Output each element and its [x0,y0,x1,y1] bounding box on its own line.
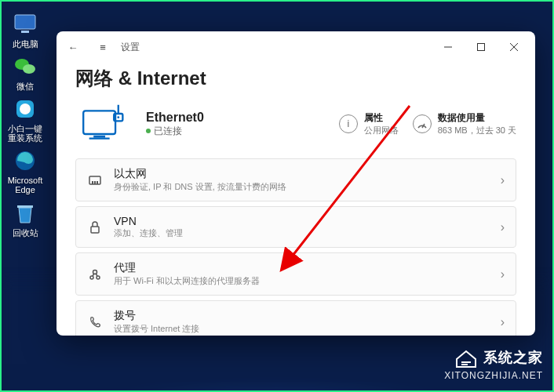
watermark-title: 系统之家 [483,348,543,367]
ethernet-icon [87,172,103,188]
svg-rect-1 [21,31,29,33]
data-usage-button[interactable]: 数据使用量 863 MB，过去 30 天 [413,111,516,136]
svg-point-26 [97,276,100,279]
edge-icon [12,147,38,174]
settings-items: 以太网身份验证, IP 和 DNS 设置, 按流量计费的网络 › VPN添加、连… [75,158,516,336]
settings-content: 网络 & Internet Ethernet0 已连接 i [56,63,535,336]
desktop-icon-recycle[interactable]: 回收站 [5,200,46,238]
back-icon: ← [68,42,78,53]
svg-rect-20 [92,181,93,184]
svg-rect-13 [93,136,105,138]
minimize-button[interactable] [432,36,465,58]
properties-button[interactable]: i 属性 公用网络 [339,111,399,136]
watermark-logo-icon [454,347,479,368]
svg-rect-22 [97,181,98,184]
status-dot-icon [146,129,151,133]
desktop-icon-label: Microsoft Edge [5,176,46,194]
computer-icon [12,11,38,38]
maximize-button[interactable] [465,36,498,58]
item-ethernet[interactable]: 以太网身份验证, IP 和 DNS 设置, 按流量计费的网络 › [75,158,516,201]
svg-point-3 [23,64,35,74]
svg-rect-0 [15,15,35,29]
info-icon: i [339,114,358,133]
connection-status-text: 已连接 [154,125,182,138]
properties-title: 属性 [364,111,399,125]
proxy-icon [87,267,103,282]
svg-rect-9 [478,44,485,51]
window-controls [432,36,530,58]
item-title: 拨号 [114,309,199,323]
menu-button[interactable]: ≡ [91,36,115,58]
svg-point-5 [20,103,31,114]
close-button[interactable] [498,36,530,58]
svg-line-27 [93,274,94,276]
item-sub: 设置拨号 Internet 连接 [114,323,199,335]
page-title: 网络 & Internet [75,66,516,91]
item-sub: 用于 Wi-Fi 和以太网连接的代理服务器 [114,275,260,287]
gauge-icon [413,114,432,133]
usage-sub: 863 MB，过去 30 天 [438,125,516,136]
usage-title: 数据使用量 [438,111,516,125]
watermark: 系统之家 XITONGZHIJIA.NET [444,347,543,381]
chevron-right-icon: › [501,173,505,187]
svg-rect-21 [94,181,96,184]
svg-point-24 [93,270,97,274]
connection-status: 已连接 [146,125,204,138]
settings-window: ← ≡ 设置 网络 & Internet Ethernet0 [56,31,535,336]
desktop-icon-xiaobai[interactable]: 小白一键重装系统 [5,96,46,143]
recycle-bin-icon [12,200,38,227]
chevron-right-icon: › [501,220,505,234]
item-sub: 身份验证, IP 和 DNS 设置, 按流量计费的网络 [114,181,286,193]
desktop-icon-this-pc[interactable]: 此电脑 [5,11,46,49]
wechat-icon [12,53,38,80]
window-title: 设置 [121,41,140,54]
svg-rect-7 [17,205,33,208]
desktop-icons-column: 此电脑 微信 小白一键重装系统 Microsoft Edge 回收站 [5,11,46,238]
desktop-icon-edge[interactable]: Microsoft Edge [5,147,46,194]
chevron-right-icon: › [501,315,505,329]
watermark-url: XITONGZHIJIA.NET [444,370,543,381]
svg-rect-12 [83,111,115,134]
connection-info: Ethernet0 已连接 [146,111,204,138]
network-summary: Ethernet0 已连接 i 属性 公用网络 数据使用量 [75,103,516,144]
item-proxy[interactable]: 代理用于 Wi-Fi 和以太网连接的代理服务器 › [75,252,516,296]
chevron-right-icon: › [501,267,505,281]
properties-sub: 公用网络 [364,125,399,136]
network-pc-icon [80,103,132,144]
desktop-icon-label: 回收站 [13,228,38,238]
menu-icon: ≡ [100,42,106,53]
svg-point-17 [117,116,119,118]
desktop-icon-label: 此电脑 [13,39,38,49]
desktop-icon-label: 小白一键重装系统 [5,124,46,143]
svg-line-28 [96,274,97,276]
item-title: VPN [114,215,183,227]
desktop-icon-wechat[interactable]: 微信 [5,53,46,91]
phone-icon [87,314,103,330]
titlebar: ← ≡ 设置 [56,31,535,63]
xiaobai-icon [12,96,38,122]
item-dialup[interactable]: 拨号设置拨号 Internet 连接 › [75,300,516,336]
desktop-icon-label: 微信 [16,82,34,91]
item-vpn[interactable]: VPN添加、连接、管理 › [75,206,516,248]
svg-point-25 [90,276,93,279]
item-title: 代理 [114,261,260,275]
svg-rect-23 [91,227,99,233]
lock-icon [87,220,103,235]
item-sub: 添加、连接、管理 [114,227,183,239]
back-button[interactable]: ← [61,36,85,58]
item-title: 以太网 [114,167,286,181]
connection-name: Ethernet0 [146,111,204,125]
